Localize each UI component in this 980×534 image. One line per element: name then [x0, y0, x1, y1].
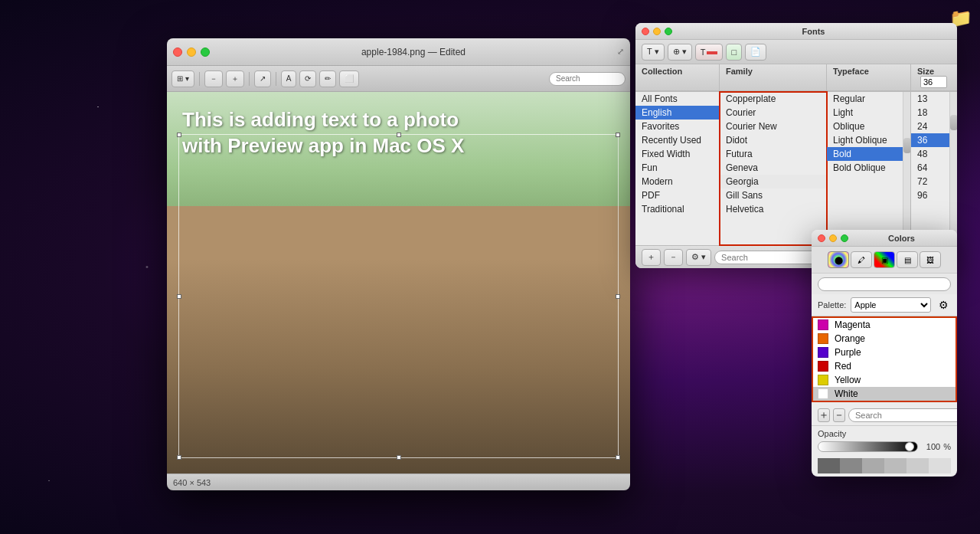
red-swatch: [818, 361, 828, 372]
image-dimensions: 640 × 543: [173, 478, 211, 487]
selection-border[interactable]: [178, 134, 619, 458]
selection-handle-bl[interactable]: [177, 455, 181, 460]
color-name-purple: Purple: [835, 347, 861, 358]
color-palette-btn[interactable]: ▣: [874, 251, 895, 268]
color-search-input[interactable]: [818, 277, 951, 291]
colors-panel: Colors ⬤ 🖍 ▣ ▤ 🖼 Palette: Apple ⚙ Magent…: [812, 230, 957, 477]
opacity-value: 100: [921, 442, 940, 451]
markup-btn[interactable]: ⬜: [339, 70, 359, 87]
palette-gear-btn[interactable]: ⚙: [936, 297, 951, 313]
collection-item-fun[interactable]: Fun: [635, 161, 719, 175]
typeface-scrollbar[interactable]: [903, 92, 910, 245]
selection-handle-tl[interactable]: [177, 133, 181, 137]
family-item-copperplate[interactable]: Copperplate: [720, 92, 826, 106]
fonts-minimize-btn[interactable]: [653, 28, 661, 35]
collection-item-traditional[interactable]: Traditional: [635, 202, 719, 216]
colors-mode-bar: ⬤ 🖍 ▣ ▤ 🖼: [812, 247, 957, 274]
collection-item-pdf[interactable]: PDF: [635, 188, 719, 202]
family-item-geneva[interactable]: Geneva: [720, 161, 826, 175]
collection-header: Collection: [635, 64, 720, 91]
family-item-futura[interactable]: Futura: [720, 147, 826, 161]
fonts-title: Fonts: [676, 27, 951, 36]
color-sliders-btn[interactable]: ▤: [897, 251, 918, 268]
selection-handle-ml[interactable]: [177, 294, 181, 299]
family-item-gill-sans[interactable]: Gill Sans: [720, 188, 826, 202]
color-item-red[interactable]: Red: [813, 359, 956, 373]
color-item-yellow[interactable]: Yellow: [813, 373, 956, 387]
collection-item-english[interactable]: English: [635, 106, 719, 120]
family-item-georgia[interactable]: Georgia: [720, 175, 826, 188]
color-preview-seg-3: [862, 458, 884, 473]
font-action-btn[interactable]: ⊕ ▾: [668, 44, 692, 61]
opacity-slider[interactable]: [818, 441, 918, 452]
fonts-remove-btn[interactable]: －: [664, 249, 683, 266]
family-item-courier-new[interactable]: Courier New: [720, 120, 826, 133]
collection-item-recently-used[interactable]: Recently Used: [635, 133, 719, 147]
color-item-orange[interactable]: Orange: [813, 332, 956, 346]
collection-item-all-fonts[interactable]: All Fonts: [635, 92, 719, 106]
collection-item-fixed-width[interactable]: Fixed Width: [635, 147, 719, 161]
color-wheel-btn[interactable]: ⬤: [828, 251, 849, 268]
font-doc-btn[interactable]: 📄: [745, 44, 766, 61]
image-canvas[interactable]: This is adding text to a photowith Previ…: [167, 92, 630, 473]
color-list-search-input[interactable]: [848, 408, 957, 422]
typeface-item-oblique[interactable]: Oblique: [827, 120, 910, 133]
zoom-out-btn[interactable]: －: [204, 70, 223, 87]
family-item-helvetica[interactable]: Helvetica: [720, 202, 826, 216]
selection-handle-mr[interactable]: [616, 294, 620, 299]
purple-swatch: [818, 347, 828, 358]
zoom-in-btn[interactable]: ＋: [226, 70, 244, 87]
color-item-purple[interactable]: Purple: [813, 346, 956, 359]
maximize-button[interactable]: [201, 48, 210, 57]
view-toggle-btn[interactable]: ⊞ ▾: [172, 70, 194, 87]
color-image-btn[interactable]: 🖼: [920, 251, 941, 268]
typeface-item-light-oblique[interactable]: Light Oblique: [827, 133, 910, 147]
fonts-action-btn[interactable]: ⚙ ▾: [686, 249, 711, 266]
typeface-item-bold-oblique[interactable]: Bold Oblique: [827, 161, 910, 175]
selection-handle-tr[interactable]: [616, 133, 620, 137]
font-size-btn[interactable]: T ▾: [642, 44, 665, 61]
color-name-red: Red: [835, 361, 851, 372]
typeface-item-regular[interactable]: Regular: [827, 92, 910, 106]
font-size-input[interactable]: [920, 76, 947, 88]
color-add-btn[interactable]: ＋: [818, 408, 830, 422]
size-scrollbar[interactable]: [949, 92, 957, 245]
fonts-close-btn[interactable]: [642, 28, 649, 35]
color-name-yellow: Yellow: [835, 375, 861, 385]
preview-search-input[interactable]: [549, 72, 626, 86]
selection-handle-tc[interactable]: [397, 133, 401, 137]
adjust-btn[interactable]: ✏: [319, 70, 336, 87]
toolbar-sep-1: [199, 72, 200, 86]
colors-close-btn[interactable]: [818, 234, 825, 242]
fonts-add-btn[interactable]: ＋: [642, 249, 661, 266]
color-item-magenta[interactable]: Magenta: [813, 318, 956, 332]
palette-select[interactable]: Apple: [851, 297, 931, 313]
collection-item-modern[interactable]: Modern: [635, 175, 719, 188]
collection-item-favorites[interactable]: Favorites: [635, 120, 719, 133]
color-name-orange: Orange: [835, 333, 865, 344]
share-btn[interactable]: ↗: [254, 70, 271, 87]
color-preview-seg-2: [840, 458, 862, 473]
color-item-white[interactable]: White: [813, 387, 956, 401]
font-color-btn[interactable]: T: [695, 44, 724, 61]
family-item-didot[interactable]: Didot: [720, 133, 826, 147]
annotation-btn[interactable]: A: [281, 70, 297, 87]
font-bg-btn[interactable]: □: [726, 44, 742, 61]
colors-minimize-btn[interactable]: [829, 234, 837, 242]
rotate-btn[interactable]: ⟳: [299, 70, 316, 87]
size-header: Size: [911, 64, 957, 91]
selection-handle-bc[interactable]: [397, 455, 401, 460]
family-item-courier[interactable]: Courier: [720, 106, 826, 120]
expand-icon[interactable]: ⤢: [617, 47, 624, 57]
fonts-expand-btn[interactable]: [665, 28, 672, 35]
typeface-item-bold[interactable]: Bold: [827, 147, 910, 161]
colors-expand-btn[interactable]: [841, 234, 848, 242]
color-remove-btn[interactable]: －: [833, 408, 845, 422]
opacity-thumb[interactable]: [905, 442, 914, 451]
selection-handle-br[interactable]: [616, 455, 620, 460]
colors-titlebar: Colors: [812, 230, 957, 247]
minimize-button[interactable]: [187, 48, 196, 57]
typeface-item-light[interactable]: Light: [827, 106, 910, 120]
close-button[interactable]: [173, 48, 182, 57]
color-crayons-btn[interactable]: 🖍: [851, 251, 872, 268]
